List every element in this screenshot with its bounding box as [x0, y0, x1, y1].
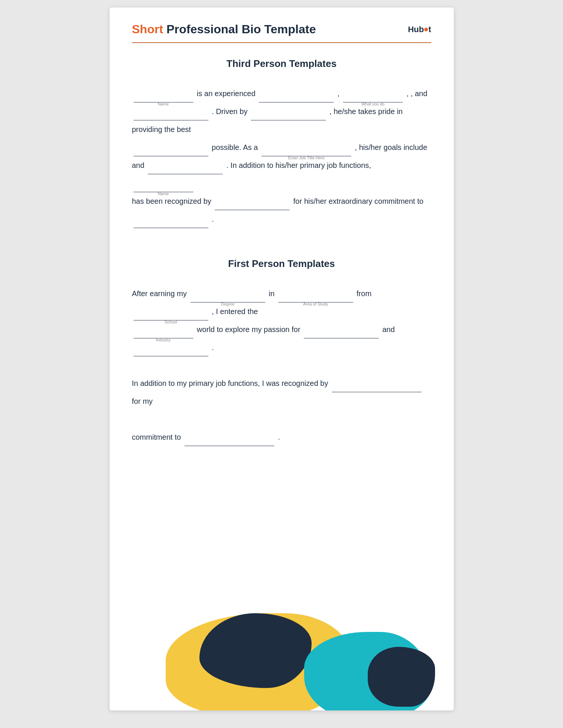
blob-dark2: [368, 647, 435, 707]
fp-text-from: from: [357, 289, 371, 298]
tp-text-for-commitment: for his/her extraordinary commitment to: [293, 197, 423, 205]
tp-text-period: .: [212, 215, 214, 223]
fp-text-for-my: for my: [132, 397, 153, 405]
title-rest: Professional Bio Template: [163, 22, 316, 36]
page-title: Short Professional Bio Template: [132, 22, 316, 36]
tp-text-comma2: ,: [407, 89, 409, 98]
fp-text-and: and: [382, 325, 395, 334]
tp-text-and2: and: [132, 161, 144, 169]
third-person-section: Third Person Templates Name is an experi…: [132, 58, 431, 228]
header-divider: [132, 42, 431, 43]
fp-text-after: After earning my: [132, 289, 187, 298]
third-person-template: Name is an experienced , What you do , ,…: [132, 85, 431, 228]
fp-text-world: world to explore my passion for: [197, 325, 300, 334]
third-person-title: Third Person Templates: [132, 58, 431, 70]
fp-text-in: in: [269, 289, 275, 298]
first-person-title: First Person Templates: [132, 258, 431, 270]
fp-text-period1: .: [212, 343, 214, 351]
decorative-blobs: [110, 591, 454, 710]
page-container: Short Professional Bio Template Hubt Thi…: [110, 7, 454, 710]
tp-text-goals: , his/her goals include: [355, 143, 427, 151]
tp-blank-name1: Name: [132, 89, 197, 98]
tp-text-driven-by: . Driven by: [212, 107, 248, 116]
hubspot-dot: [424, 28, 428, 31]
fp-text-period2: .: [278, 433, 280, 441]
tp-text-and1: , and: [411, 89, 427, 98]
tp-text-possible: possible. As a: [212, 143, 258, 151]
page-header: Short Professional Bio Template Hubt: [132, 22, 431, 36]
tp-text-is-experienced: is an experienced: [197, 89, 256, 98]
tp-text-comma1: ,: [337, 89, 340, 98]
fp-text-in-addition: In addition to my primary job functions,…: [132, 379, 328, 387]
first-person-template: After earning my Degree in Area of Study…: [132, 285, 431, 446]
hubspot-logo: Hubt: [408, 25, 431, 34]
tp-text-takes-pride: , he/she takes pride in providing the be…: [132, 107, 403, 133]
title-short: Short: [132, 22, 163, 36]
first-person-section: First Person Templates After earning my …: [132, 258, 431, 446]
fp-text-commitment: commitment to: [132, 433, 181, 441]
